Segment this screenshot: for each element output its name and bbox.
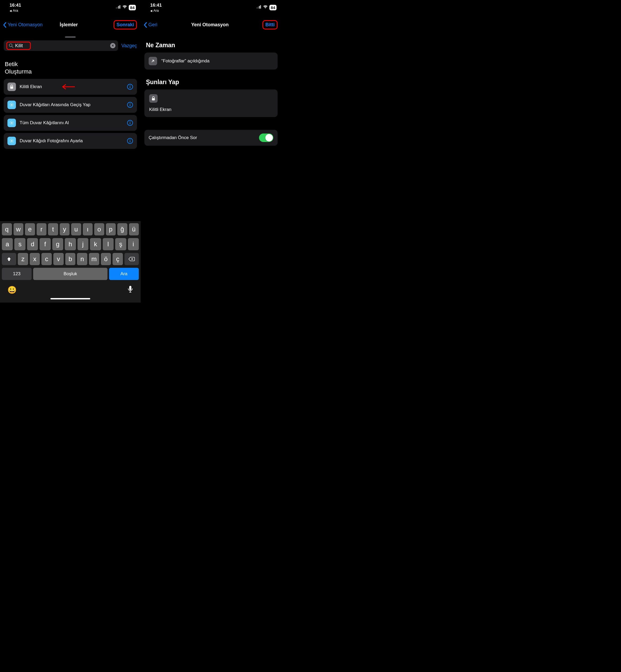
nav-bar: Yeni Otomasyon İşlemler Sonraki [0, 12, 141, 33]
done-button[interactable]: Bitti [262, 20, 278, 30]
backspace-key[interactable] [124, 253, 139, 265]
cellular-icon [116, 5, 121, 10]
key-e[interactable]: e [25, 223, 35, 236]
key-v[interactable]: v [53, 253, 64, 265]
cellular-icon [257, 5, 261, 10]
svg-rect-13 [130, 104, 130, 107]
key-ö[interactable]: ö [101, 253, 111, 265]
action-lock-screen[interactable]: Kilitli Ekran [4, 79, 137, 95]
svg-rect-6 [10, 87, 13, 89]
breadcrumb-back[interactable]: Ara [9, 8, 21, 12]
key-m[interactable]: m [89, 253, 99, 265]
action-get-wallpapers[interactable]: Tüm Duvar Kâğıtlarını Al [4, 115, 137, 131]
lock-icon [149, 94, 158, 103]
keyboard-search-button[interactable]: Ara [109, 268, 139, 280]
emoji-button[interactable]: 😀 [7, 286, 17, 294]
ask-before-run-toggle[interactable] [259, 133, 273, 142]
do-action-card[interactable]: Kilitli Ekran [144, 89, 278, 117]
sheet-grabber[interactable] [65, 36, 76, 38]
wifi-icon [122, 5, 127, 10]
key-ş[interactable]: ş [115, 238, 126, 250]
key-c[interactable]: c [41, 253, 52, 265]
svg-point-10 [11, 104, 12, 106]
action-switch-wallpaper[interactable]: Duvar Kâğıtları Arasında Geçiş Yap [4, 97, 137, 113]
svg-rect-3 [120, 5, 121, 9]
info-icon[interactable] [127, 102, 133, 108]
key-o[interactable]: o [94, 223, 104, 236]
key-z[interactable]: z [18, 253, 28, 265]
status-bar: 16:41 Ara 84 [0, 0, 141, 12]
keyboard-space-button[interactable]: Boşluk [33, 268, 108, 280]
key-l[interactable]: l [103, 238, 114, 250]
svg-rect-9 [130, 86, 130, 88]
breadcrumb-back[interactable]: Ara [150, 8, 162, 12]
svg-rect-22 [129, 286, 131, 290]
svg-point-14 [11, 122, 12, 124]
keyboard-row-2: asdfghjklşi [1, 238, 139, 250]
nav-back-button[interactable]: Yeni Otomasyon [3, 22, 42, 28]
section-do-title: Şunları Yap [144, 70, 278, 89]
svg-rect-1 [117, 7, 118, 8]
svg-rect-26 [260, 5, 261, 9]
key-h[interactable]: h [65, 238, 76, 250]
key-i[interactable]: i [128, 238, 139, 250]
keyboard-row-3: zxcvbnmöç [1, 253, 139, 265]
battery-indicator: 84 [129, 5, 136, 10]
key-ğ[interactable]: ğ [117, 223, 127, 236]
when-condition-card[interactable]: “Fotoğraflar” açıldığında [144, 52, 278, 70]
clear-search-icon[interactable]: ✕ [110, 43, 116, 48]
key-ü[interactable]: ü [129, 223, 139, 236]
key-n[interactable]: n [77, 253, 87, 265]
toggle-label: Çalıştırmadan Önce Sor [149, 135, 197, 140]
keyboard[interactable]: qwertyuıopğü asdfghjklşi zxcvbnmöç 123 B… [0, 221, 141, 302]
key-p[interactable]: p [106, 223, 116, 236]
key-b[interactable]: b [65, 253, 76, 265]
key-x[interactable]: x [30, 253, 40, 265]
home-indicator[interactable] [50, 298, 90, 299]
key-j[interactable]: j [78, 238, 88, 250]
dictation-icon[interactable] [127, 285, 133, 294]
info-icon[interactable] [127, 84, 133, 90]
cancel-search-button[interactable]: Vazgeç [121, 43, 137, 49]
next-button[interactable]: Sonraki [114, 20, 137, 30]
action-label: Duvar Kâğıdı Fotoğrafını Ayarla [19, 138, 123, 143]
key-d[interactable]: d [27, 238, 38, 250]
status-time: 16:41 [9, 3, 21, 8]
info-icon[interactable] [127, 138, 133, 144]
nav-back-label: Yeni Otomasyon [8, 22, 42, 28]
status-time: 16:41 [150, 3, 162, 8]
key-ı[interactable]: ı [83, 223, 93, 236]
svg-point-4 [9, 44, 12, 47]
key-t[interactable]: t [48, 223, 58, 236]
battery-indicator: 84 [270, 5, 277, 10]
search-input[interactable] [15, 43, 29, 49]
shift-key[interactable] [2, 253, 16, 265]
svg-rect-21 [130, 140, 130, 142]
key-s[interactable]: s [14, 238, 25, 250]
nav-back-label: Geri [148, 22, 157, 28]
nav-title: Yeni Otomasyon [191, 22, 229, 28]
key-y[interactable]: y [60, 223, 70, 236]
key-w[interactable]: w [13, 223, 24, 236]
svg-point-12 [130, 103, 131, 104]
svg-line-5 [12, 46, 13, 48]
section-header: Betik Oluşturma [0, 55, 141, 79]
key-q[interactable]: q [2, 223, 12, 236]
keyboard-row-1: qwertyuıopğü [1, 223, 139, 236]
svg-rect-0 [116, 7, 117, 9]
ask-before-run-row: Çalıştırmadan Önce Sor [144, 130, 278, 146]
action-set-wallpaper-photo[interactable]: Duvar Kâğıdı Fotoğrafını Ayarla [4, 133, 137, 149]
nav-back-button[interactable]: Geri [143, 22, 157, 28]
key-k[interactable]: k [90, 238, 101, 250]
key-a[interactable]: a [2, 238, 13, 250]
key-r[interactable]: r [37, 223, 47, 236]
key-g[interactable]: g [52, 238, 63, 250]
key-u[interactable]: u [71, 223, 81, 236]
search-bar[interactable]: ✕ [4, 40, 118, 51]
gear-icon [7, 100, 16, 109]
key-f[interactable]: f [40, 238, 50, 250]
svg-rect-24 [258, 7, 259, 8]
keyboard-numeric-button[interactable]: 123 [2, 268, 32, 280]
key-ç[interactable]: ç [113, 253, 123, 265]
info-icon[interactable] [127, 120, 133, 126]
